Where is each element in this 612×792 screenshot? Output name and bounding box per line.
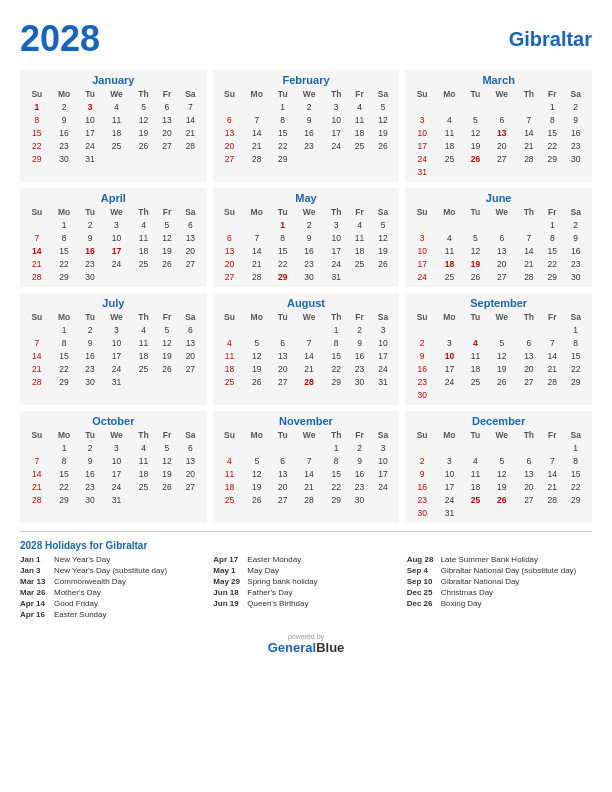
calendar-cell: 22 <box>541 257 563 270</box>
calendar-cell: 23 <box>409 493 435 506</box>
calendar-cell: 21 <box>24 257 50 270</box>
calendar-cell: 3 <box>435 336 464 349</box>
calendar-cell: 5 <box>156 218 178 231</box>
calendar-cell: 27 <box>487 270 517 283</box>
day-header: Sa <box>563 88 588 100</box>
day-header: Th <box>324 429 348 441</box>
holiday-date: May 29 <box>213 577 243 586</box>
day-header: Su <box>24 311 50 323</box>
day-header: Tu <box>464 206 487 218</box>
calendar-cell: 31 <box>371 375 396 388</box>
calendar-cell: 23 <box>79 257 102 270</box>
calendar-cell <box>541 165 563 178</box>
calendar-cell: 3 <box>79 100 102 113</box>
calendar-cell: 28 <box>541 493 563 506</box>
calendar-cell: 19 <box>156 349 178 362</box>
calendar-cell: 10 <box>102 336 132 349</box>
calendar-cell: 25 <box>348 139 370 152</box>
calendar-cell: 26 <box>371 139 396 152</box>
calendar-cell: 22 <box>50 480 79 493</box>
calendar-cell: 17 <box>371 349 396 362</box>
calendar-cell: 29 <box>24 152 50 165</box>
calendar-cell: 16 <box>348 467 370 480</box>
calendar-cell: 30 <box>348 375 370 388</box>
day-header: Th <box>131 88 155 100</box>
holiday-date: Mar 13 <box>20 577 50 586</box>
calendar-cell: 13 <box>487 244 517 257</box>
calendar-cell: 9 <box>348 454 370 467</box>
holiday-name: New Year's Day <box>54 555 110 564</box>
calendar-cell: 2 <box>79 218 102 231</box>
calendar-cell: 23 <box>294 257 324 270</box>
calendar-cell: 12 <box>464 126 487 139</box>
calendar-cell: 20 <box>217 257 243 270</box>
day-header: Th <box>131 206 155 218</box>
calendar-cell: 6 <box>217 231 243 244</box>
calendar-cell: 31 <box>435 506 464 519</box>
calendar-cell <box>131 493 155 506</box>
calendar-cell: 29 <box>50 493 79 506</box>
calendar-cell <box>435 441 464 454</box>
calendar-cell <box>487 388 517 401</box>
day-header: Th <box>517 429 541 441</box>
day-header: Fr <box>541 429 563 441</box>
calendar-cell: 27 <box>156 139 178 152</box>
calendar-cell: 28 <box>24 375 50 388</box>
page: 2028 Gibraltar JanuarySuMoTuWeThFrSa1234… <box>0 0 612 792</box>
calendar-cell: 12 <box>156 454 178 467</box>
calendar-cell: 25 <box>131 480 155 493</box>
calendar-cell: 8 <box>541 113 563 126</box>
calendar-cell: 8 <box>271 231 294 244</box>
calendar-cell <box>24 218 50 231</box>
calendar-cell: 1 <box>324 323 348 336</box>
calendar-cell: 17 <box>371 467 396 480</box>
day-header: Mo <box>242 206 271 218</box>
calendar-cell: 29 <box>271 270 294 283</box>
day-header: Mo <box>435 206 464 218</box>
calendar-cell: 12 <box>371 113 396 126</box>
calendar-cell: 13 <box>178 231 203 244</box>
calendar-cell: 29 <box>50 375 79 388</box>
holidays-section: 2028 Holidays for Gibraltar Jan 1New Yea… <box>20 538 592 623</box>
calendar-cell: 20 <box>178 244 203 257</box>
calendar-cell: 22 <box>541 139 563 152</box>
day-header: Tu <box>79 429 102 441</box>
calendar-table: SuMoTuWeThFrSa12345678910111213141516171… <box>409 311 588 401</box>
calendar-cell: 11 <box>435 244 464 257</box>
calendar-cell <box>487 323 517 336</box>
calendar-cell: 24 <box>102 480 132 493</box>
calendar-cell: 15 <box>50 349 79 362</box>
calendar-cell <box>563 388 588 401</box>
day-header: Su <box>409 429 435 441</box>
day-header: We <box>487 206 517 218</box>
calendar-cell: 2 <box>563 218 588 231</box>
month-block-august: AugustSuMoTuWeThFrSa12345678910111213141… <box>213 293 400 405</box>
calendar-cell <box>242 441 271 454</box>
calendar-cell: 24 <box>324 257 348 270</box>
calendar-cell <box>517 100 541 113</box>
calendar-cell <box>324 152 348 165</box>
calendar-cell: 30 <box>563 152 588 165</box>
calendar-cell: 17 <box>409 139 435 152</box>
calendar-cell <box>409 218 435 231</box>
month-name: August <box>217 297 396 309</box>
calendar-cell <box>563 506 588 519</box>
calendar-cell <box>24 441 50 454</box>
calendar-cell: 12 <box>242 349 271 362</box>
calendar-cell: 17 <box>324 244 348 257</box>
calendar-cell: 29 <box>541 270 563 283</box>
calendar-cell: 14 <box>24 467 50 480</box>
calendar-cell: 25 <box>217 493 243 506</box>
calendar-cell: 18 <box>435 257 464 270</box>
day-header: Su <box>217 429 243 441</box>
calendar-cell <box>487 100 517 113</box>
holiday-name: Mother's Day <box>54 588 101 597</box>
calendar-cell: 10 <box>324 113 348 126</box>
day-header: Su <box>24 429 50 441</box>
calendar-cell: 4 <box>131 323 155 336</box>
list-item: Jan 3New Year's Day (substitute day) <box>20 566 205 575</box>
calendar-cell <box>178 152 203 165</box>
calendar-cell <box>156 375 178 388</box>
calendar-cell <box>435 165 464 178</box>
calendar-cell: 23 <box>79 480 102 493</box>
